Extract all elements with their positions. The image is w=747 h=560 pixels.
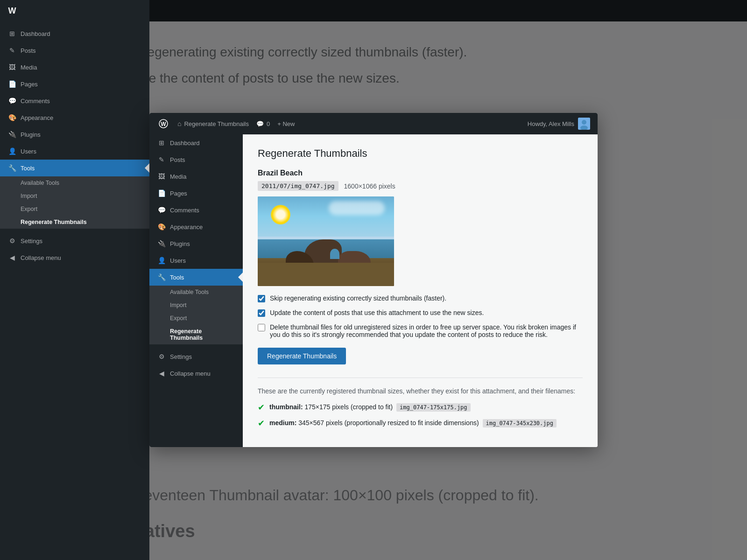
submenu-available-tools[interactable]: Available Tools bbox=[0, 176, 149, 189]
modal-submenu-available-tools[interactable]: Available Tools bbox=[149, 286, 243, 299]
pages-icon: 📄 bbox=[7, 79, 17, 89]
modal-submenu-export[interactable]: Export bbox=[149, 312, 243, 325]
dashboard-icon: ⊞ bbox=[7, 29, 17, 38]
modal-plugins-icon: 🔌 bbox=[157, 239, 166, 248]
thumb-entry-1: ✔ thumbnail: 175×175 pixels (cropped to … bbox=[258, 402, 583, 413]
sidebar-item-tools[interactable]: 🔧 Tools bbox=[0, 160, 149, 176]
modal-posts-label: Posts bbox=[170, 156, 185, 163]
thumb-name-2: medium: 345×567 pixels (proportionally r… bbox=[269, 419, 557, 427]
modal-dialog: W ⌂ Regenerate Thumbnails 💬 0 + New Howd… bbox=[149, 113, 598, 447]
sidebar-label-comments: Comments bbox=[21, 98, 50, 105]
sidebar-item-dashboard[interactable]: ⊞ Dashboard bbox=[0, 25, 149, 42]
sidebar-item-appearance[interactable]: 🎨 Appearance bbox=[0, 109, 149, 126]
comments-count: 0 bbox=[267, 120, 270, 127]
posts-icon: ✎ bbox=[7, 46, 17, 55]
checkbox-skip-regen[interactable] bbox=[258, 295, 265, 302]
regenerate-button[interactable]: Regenerate Thumbnails bbox=[258, 348, 346, 364]
modal-comments-link[interactable]: 💬 0 bbox=[256, 120, 270, 127]
checkbox-delete-thumbs[interactable] bbox=[258, 324, 265, 331]
modal-sidebar: ⊞ Dashboard ✎ Posts 🖼 Media 📄 Pages 💬 Co… bbox=[149, 134, 243, 447]
media-icon: 🖼 bbox=[7, 63, 17, 72]
modal-sidebar-posts[interactable]: ✎ Posts bbox=[149, 151, 243, 168]
checkbox-row-2: Update the content of posts that use thi… bbox=[258, 309, 583, 317]
modal-sidebar-dashboard[interactable]: ⊞ Dashboard bbox=[149, 134, 243, 151]
comments-icon: 💬 bbox=[7, 96, 17, 105]
modal-sidebar-pages[interactable]: 📄 Pages bbox=[149, 185, 243, 202]
modal-site-name: Regenerate Thumbnails bbox=[184, 120, 249, 127]
sidebar-label-appearance: Appearance bbox=[21, 114, 53, 121]
sidebar-collapse-label: Collapse menu bbox=[21, 254, 61, 261]
tools-submenu: Available Tools Import Export Regenerate… bbox=[0, 176, 149, 229]
checkbox-update-posts[interactable] bbox=[258, 309, 265, 317]
modal-sidebar-users[interactable]: 👤 Users bbox=[149, 252, 243, 269]
home-icon: ⌂ bbox=[177, 120, 181, 127]
sidebar-item-settings[interactable]: ⚙ Settings bbox=[0, 232, 149, 249]
wp-admin-sidebar: W ⊞ Dashboard ✎ Posts 🖼 Media 📄 Pages 💬 … bbox=[0, 0, 149, 560]
sidebar-item-pages[interactable]: 📄 Pages bbox=[0, 76, 149, 92]
sidebar-item-posts[interactable]: ✎ Posts bbox=[0, 42, 149, 59]
modal-dashboard-icon: ⊞ bbox=[157, 138, 166, 147]
sidebar-label-plugins: Plugins bbox=[21, 131, 41, 138]
modal-settings-icon: ⚙ bbox=[157, 352, 166, 361]
sidebar-item-plugins[interactable]: 🔌 Plugins bbox=[0, 126, 149, 143]
thumb-filename-2: img_0747-345x230.jpg bbox=[483, 419, 557, 427]
modal-tools-icon: 🔧 bbox=[157, 273, 166, 282]
thumb-entry-2: ✔ medium: 345×567 pixels (proportionally… bbox=[258, 418, 583, 428]
modal-pages-icon: 📄 bbox=[157, 189, 166, 198]
submenu-regenerate[interactable]: Regenerate Thumbnails bbox=[0, 216, 149, 229]
image-preview bbox=[258, 196, 394, 286]
plugins-icon: 🔌 bbox=[7, 130, 17, 139]
checkbox-row-3: Delete thumbnail files for old unregiste… bbox=[258, 323, 583, 338]
thumb-desc-2: 345×567 pixels (proportionally resized t… bbox=[298, 419, 479, 427]
modal-pages-label: Pages bbox=[170, 190, 187, 197]
image-meta: 2011/07/img_0747.jpg 1600×1066 pixels bbox=[258, 181, 583, 191]
checkbox-skip-regen-label: Skip regenerating existing correctly siz… bbox=[270, 294, 446, 302]
sidebar-item-users[interactable]: 👤 Users bbox=[0, 143, 149, 160]
modal-body: ⊞ Dashboard ✎ Posts 🖼 Media 📄 Pages 💬 Co… bbox=[149, 134, 598, 447]
modal-home-link[interactable]: ⌂ Regenerate Thumbnails bbox=[177, 120, 249, 127]
image-path: 2011/07/img_0747.jpg bbox=[258, 181, 338, 191]
beach-preview bbox=[258, 196, 394, 286]
modal-appearance-icon: 🎨 bbox=[157, 222, 166, 231]
image-name: Brazil Beach bbox=[258, 169, 583, 177]
modal-media-label: Media bbox=[170, 173, 186, 180]
modal-sidebar-collapse[interactable]: ◀ Collapse menu bbox=[149, 365, 243, 382]
modal-submenu-regenerate[interactable]: Regenerate Thumbnails bbox=[149, 325, 243, 344]
sidebar-label-settings: Settings bbox=[21, 238, 42, 245]
sidebar-nav: ⊞ Dashboard ✎ Posts 🖼 Media 📄 Pages 💬 Co… bbox=[0, 21, 149, 560]
modal-comments-label: Comments bbox=[170, 207, 199, 214]
modal-sidebar-plugins[interactable]: 🔌 Plugins bbox=[149, 235, 243, 252]
modal-user-info: Howdy, Alex Mills bbox=[528, 118, 590, 130]
section-divider bbox=[258, 378, 583, 378]
modal-sidebar-media[interactable]: 🖼 Media bbox=[149, 168, 243, 185]
sidebar-item-media[interactable]: 🖼 Media bbox=[0, 59, 149, 76]
modal-posts-icon: ✎ bbox=[157, 155, 166, 164]
modal-sidebar-comments[interactable]: 💬 Comments bbox=[149, 202, 243, 218]
sidebar-collapse[interactable]: ◀ Collapse menu bbox=[0, 249, 149, 266]
modal-submenu-import[interactable]: Import bbox=[149, 299, 243, 312]
admin-bar-sidebar: W bbox=[0, 0, 149, 21]
modal-dashboard-label: Dashboard bbox=[170, 140, 200, 147]
submenu-import[interactable]: Import bbox=[0, 189, 149, 203]
checkbox-delete-thumbs-label: Delete thumbnail files for old unregiste… bbox=[270, 323, 583, 338]
settings-icon: ⚙ bbox=[7, 236, 17, 245]
thumb-check-icon-2: ✔ bbox=[258, 418, 265, 428]
modal-users-label: Users bbox=[170, 257, 186, 264]
sidebar-label-dashboard: Dashboard bbox=[21, 30, 50, 37]
modal-sidebar-appearance[interactable]: 🎨 Appearance bbox=[149, 218, 243, 235]
modal-new-link[interactable]: + New bbox=[277, 120, 295, 127]
sidebar-item-comments[interactable]: 💬 Comments bbox=[0, 92, 149, 109]
users-icon: 👤 bbox=[7, 147, 17, 156]
submenu-export[interactable]: Export bbox=[0, 203, 149, 216]
modal-sidebar-tools[interactable]: 🔧 Tools bbox=[149, 269, 243, 286]
checkbox-row-1: Skip regenerating existing correctly siz… bbox=[258, 294, 583, 302]
howdy-text: Howdy, Alex Mills bbox=[528, 120, 574, 127]
modal-sidebar-settings[interactable]: ⚙ Settings bbox=[149, 348, 243, 365]
sidebar-label-tools: Tools bbox=[21, 165, 35, 172]
thumb-label-1: thumbnail: bbox=[269, 403, 303, 411]
modal-collapse-icon: ◀ bbox=[157, 369, 166, 378]
sidebar-label-media: Media bbox=[21, 64, 37, 71]
new-label: + New bbox=[277, 120, 295, 127]
modal-tools-label: Tools bbox=[170, 274, 184, 281]
thumb-label-2: medium: bbox=[269, 419, 296, 427]
